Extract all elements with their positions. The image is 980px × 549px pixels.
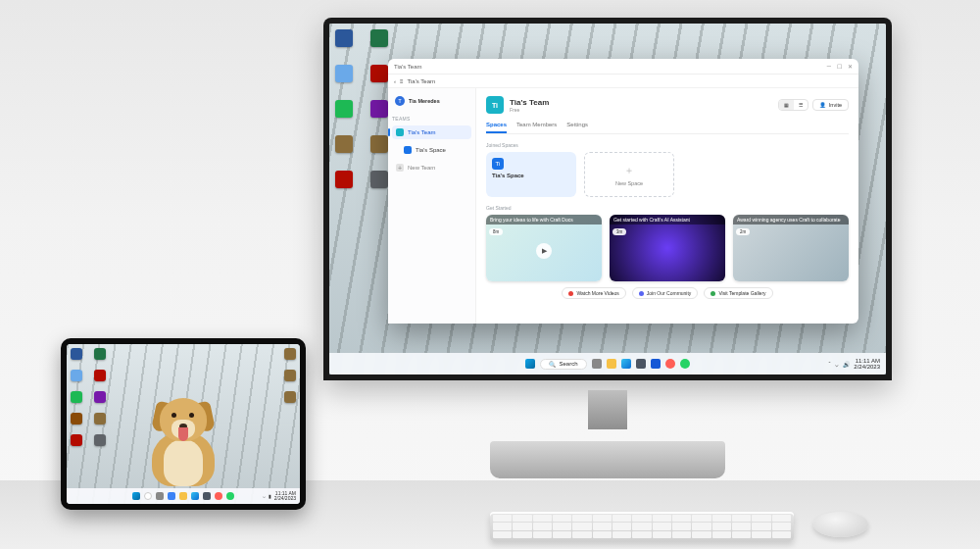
desktop-icon[interactable] — [71, 413, 82, 424]
desktop-icon[interactable] — [71, 370, 82, 381]
doc-title: Bring your ideas to life with Craft Docs — [486, 215, 602, 225]
volume-icon[interactable]: 🔊 — [843, 361, 850, 368]
footer-link[interactable]: Watch More Videos — [562, 287, 625, 299]
edge-icon[interactable] — [621, 359, 631, 369]
explorer-icon[interactable] — [179, 492, 187, 500]
battery-icon[interactable]: ▮ — [269, 493, 271, 499]
pinned-app-icon[interactable] — [215, 492, 222, 500]
desktop-icon[interactable] — [94, 348, 106, 360]
space-card[interactable]: Ti Tia's Space — [486, 152, 576, 197]
maximize-icon[interactable]: ☐ — [837, 63, 842, 70]
footer-link-label: Join Our Community — [647, 290, 692, 296]
sidebar-item-label: Tia's Space — [416, 147, 446, 153]
back-icon[interactable]: ‹ — [394, 78, 396, 84]
sidebar-item-space[interactable]: Tia's Space — [400, 143, 471, 157]
pinned-app-icon[interactable] — [680, 359, 690, 369]
doc-card[interactable]: Get started with Craft's AI Assistant 3m — [610, 215, 725, 281]
monitor-taskbar[interactable]: 🔍 Search ˄ ⌵ 🔊 11:11 AM — [329, 353, 886, 374]
taskview-icon[interactable] — [156, 492, 164, 500]
pinned-app-icon[interactable] — [651, 359, 661, 369]
search-icon[interactable] — [144, 492, 152, 500]
widgets-icon[interactable] — [168, 492, 175, 500]
desktop-icon[interactable] — [94, 370, 106, 381]
desktop-icon[interactable] — [94, 434, 106, 446]
grid-view-icon[interactable]: ▦ — [779, 100, 794, 110]
sidebar: T Tia Meredes Teams Tia's Team Tia's Spa… — [388, 88, 476, 324]
desktop-icon[interactable] — [370, 171, 388, 188]
titlebar[interactable]: Tia's Team ─ ☐ ✕ — [388, 59, 858, 75]
keyboard — [490, 512, 794, 541]
desktop-icon[interactable] — [94, 391, 106, 403]
tab-settings[interactable]: Settings — [566, 122, 588, 133]
breadcrumb[interactable]: Tia's Team — [408, 78, 436, 84]
pinned-app-icon[interactable] — [226, 492, 234, 500]
doc-card[interactable]: Award winning agency uses Craft to colla… — [733, 215, 849, 281]
tabs: Spaces Team Members Settings — [486, 122, 849, 134]
desktop-icon[interactable] — [370, 29, 388, 47]
tablet-taskbar[interactable]: ⌵ ▮ 11:11 AM 2/24/2023 — [67, 488, 300, 504]
person-plus-icon: 👤 — [819, 102, 826, 108]
footer-link[interactable]: Visit Template Gallery — [704, 287, 772, 299]
close-icon[interactable]: ✕ — [848, 63, 853, 70]
desktop-icon[interactable] — [284, 391, 296, 403]
tablet-desktop-icons-left — [71, 348, 108, 446]
dot-icon — [639, 291, 644, 296]
main-header: Ti Tia's Team Free ▦ ☰ — [486, 96, 849, 114]
desktop-icon[interactable] — [284, 348, 296, 360]
desktop-icon[interactable] — [284, 370, 296, 381]
chevron-up-icon[interactable]: ˄ — [828, 361, 831, 368]
pinned-app-icon[interactable] — [665, 359, 675, 369]
duration-chip: 3m — [612, 228, 626, 235]
dot-icon — [568, 291, 573, 296]
doc-card[interactable]: Bring your ideas to life with Craft Docs… — [486, 215, 602, 281]
sidebar-item-team[interactable]: Tia's Team — [392, 125, 471, 139]
tablet-screen: ⌵ ▮ 11:11 AM 2/24/2023 — [67, 344, 300, 504]
tab-spaces[interactable]: Spaces — [486, 122, 507, 133]
play-icon: ▶ — [536, 243, 552, 259]
desktop-icon[interactable] — [71, 348, 82, 360]
wifi-icon[interactable]: ⌵ — [263, 493, 266, 499]
desktop-icon[interactable] — [71, 434, 82, 446]
hamburger-icon[interactable]: ≡ — [400, 78, 404, 84]
edge-icon[interactable] — [191, 492, 199, 500]
start-icon[interactable] — [132, 492, 140, 500]
desktop-icon[interactable] — [94, 413, 106, 424]
store-icon[interactable] — [203, 492, 211, 500]
explorer-icon[interactable] — [607, 359, 616, 369]
taskbar-search[interactable]: 🔍 Search — [540, 359, 586, 370]
desktop-icon[interactable] — [335, 65, 353, 82]
user-name: Tia Meredes — [409, 98, 440, 104]
plus-icon: ＋ — [624, 164, 634, 177]
desktop-icon[interactable] — [335, 171, 353, 188]
user-chip[interactable]: T Tia Meredes — [392, 94, 471, 108]
window-title: Tia's Team — [394, 64, 422, 70]
view-toggle[interactable]: ▦ ☰ — [778, 99, 808, 111]
tab-team-members[interactable]: Team Members — [516, 122, 557, 133]
desktop-icon[interactable] — [370, 100, 388, 118]
space-name: Tia's Space — [492, 173, 570, 178]
new-space-card[interactable]: ＋ New Space — [584, 152, 674, 197]
list-view-icon[interactable]: ☰ — [794, 100, 808, 110]
footer-link[interactable]: Join Our Community — [632, 287, 699, 299]
section-get-started: Get Started — [486, 205, 849, 211]
system-tray[interactable]: ˄ ⌵ 🔊 11:11 AM 2/24/2023 — [828, 358, 880, 370]
sidebar-item-label: New Team — [408, 165, 435, 171]
new-space-label: New Space — [615, 180, 643, 186]
minimize-icon[interactable]: ─ — [827, 63, 831, 70]
desktop-icon[interactable] — [335, 135, 353, 153]
store-icon[interactable] — [636, 359, 646, 369]
desktop-icon[interactable] — [370, 65, 388, 82]
section-joined-spaces: Joined Spaces — [486, 142, 849, 148]
doc-title: Award winning agency uses Craft to colla… — [733, 215, 849, 225]
wifi-icon[interactable]: ⌵ — [835, 361, 839, 368]
start-icon[interactable] — [525, 359, 535, 369]
desktop-icon[interactable] — [71, 391, 82, 403]
desktop-icon[interactable] — [335, 100, 353, 118]
desktop-icon[interactable] — [335, 29, 353, 47]
space-icon — [404, 146, 412, 154]
desktop-icon[interactable] — [370, 135, 388, 153]
sidebar-item-new-team[interactable]: + New Team — [392, 161, 471, 175]
footer-links: Watch More Videos Join Our Community Vis… — [486, 287, 849, 299]
invite-button[interactable]: 👤 Invite — [812, 99, 849, 111]
taskview-icon[interactable] — [592, 359, 602, 369]
